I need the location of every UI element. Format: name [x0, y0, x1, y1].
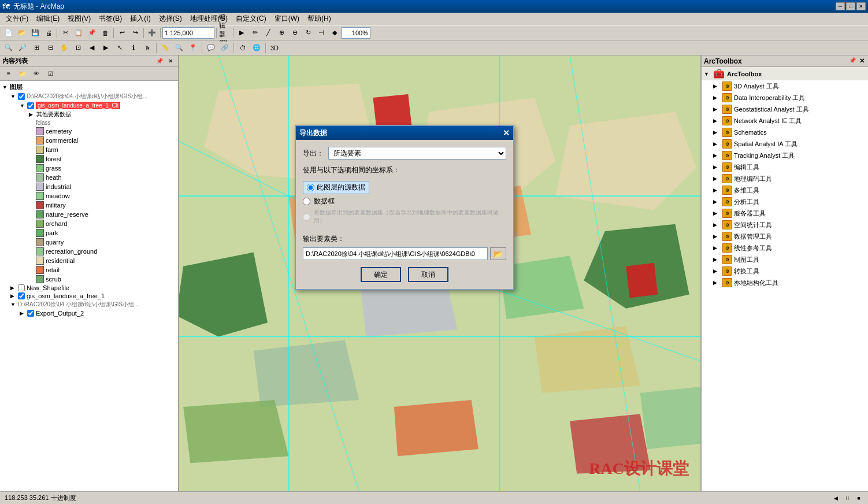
- redo-button[interactable]: ↪: [129, 27, 142, 39]
- menu-bookmark[interactable]: 书签(B): [95, 13, 125, 25]
- atb-tool-10[interactable]: ▶ ⚙ 分析工具: [702, 196, 868, 207]
- atb-tool-expand-8[interactable]: ▶: [713, 176, 720, 181]
- menu-select[interactable]: 选择(S): [155, 13, 186, 25]
- atb-tool-expand-4[interactable]: ▶: [713, 129, 720, 135]
- html-popup-button[interactable]: 🌐: [250, 42, 263, 54]
- atb-pin-button[interactable]: 📌: [848, 57, 857, 65]
- zoom-out-toolbar[interactable]: ⊖: [288, 27, 301, 39]
- atb-tool-7[interactable]: ▶ ⚙ 编辑工具: [702, 161, 868, 173]
- atb-tool-expand-1[interactable]: ▶: [713, 95, 720, 101]
- atb-tool-8[interactable]: ▶ ⚙ 地理编码工具: [702, 173, 868, 184]
- scale-input[interactable]: [162, 27, 214, 39]
- layers-expand-icon[interactable]: ▼: [2, 84, 8, 90]
- new-map-button[interactable]: 📄: [2, 27, 15, 39]
- atb-tool-15[interactable]: ▶ ⚙ 制图工具: [702, 254, 868, 265]
- find-button[interactable]: 🔍: [173, 42, 186, 54]
- atb-tool-4[interactable]: ▶ ⚙ Schematics: [702, 127, 868, 138]
- output-path-input[interactable]: [303, 247, 488, 260]
- atb-tool-0[interactable]: ▶ ⚙ 3D Analyst 工具: [702, 80, 868, 92]
- atb-tool-expand-6[interactable]: ▶: [713, 153, 720, 158]
- ok-button[interactable]: 确定: [361, 267, 401, 282]
- radio2-input[interactable]: [303, 198, 310, 205]
- undo-button[interactable]: ↩: [116, 27, 128, 39]
- full-extent-button[interactable]: ⊡: [72, 42, 84, 54]
- hyperlink-button[interactable]: 🔗: [218, 42, 231, 54]
- atb-tool-expand-13[interactable]: ▶: [713, 234, 720, 239]
- add-data-button[interactable]: ➕: [146, 27, 158, 39]
- 3d-view-button[interactable]: 3D: [268, 42, 281, 54]
- export-select[interactable]: 所选要素: [328, 147, 506, 160]
- atb-tool-9[interactable]: ▶ ⚙ 多维工具: [702, 184, 868, 196]
- atb-tool-16[interactable]: ▶ ⚙ 转换工具: [702, 265, 868, 277]
- vertex-tool[interactable]: ◆: [328, 27, 341, 39]
- atb-tool-17[interactable]: ▶ ⚙ 亦地结构化工具: [702, 277, 868, 288]
- atb-tool-expand-3[interactable]: ▶: [713, 118, 720, 124]
- atb-tool-expand-12[interactable]: ▶: [713, 222, 720, 228]
- toc-pin-button[interactable]: 📌: [154, 56, 165, 66]
- atb-tool-3[interactable]: ▶ ⚙ Network Analyst IE 工具: [702, 115, 868, 127]
- toc-layer2[interactable]: ▶ New_Shapefile: [9, 284, 177, 292]
- toc-export-output[interactable]: ▶ Export_Output_2: [18, 309, 177, 317]
- copy-button[interactable]: 📋: [72, 27, 85, 39]
- zoom-out-button[interactable]: 🔎: [16, 42, 29, 54]
- line-tool[interactable]: ╱: [262, 27, 275, 39]
- atb-root-item[interactable]: ▼ 🧰 ArcToolbox: [702, 67, 868, 80]
- atb-tool-13[interactable]: ▶ ⚙ 数据管理工具: [702, 231, 868, 242]
- toc-close-button[interactable]: ✕: [165, 56, 176, 66]
- layer1-name-checkbox[interactable]: [27, 102, 34, 109]
- atb-root-expand[interactable]: ▼: [704, 71, 711, 77]
- back-extent-button[interactable]: ◀: [86, 42, 98, 54]
- layer1-expand-icon[interactable]: ▼: [10, 94, 16, 99]
- split-tool[interactable]: ⊣: [315, 27, 328, 39]
- path2-expand-icon[interactable]: ▼: [10, 302, 16, 307]
- edit-tool[interactable]: ▶: [235, 27, 248, 39]
- toc-list-by-source[interactable]: 📁: [16, 68, 29, 80]
- atb-tool-expand-7[interactable]: ▶: [713, 164, 720, 170]
- atb-tool-expand-16[interactable]: ▶: [713, 268, 720, 274]
- layer3-expand-icon[interactable]: ▶: [10, 293, 16, 299]
- atb-tool-expand-14[interactable]: ▶: [713, 245, 720, 251]
- atb-tool-6[interactable]: ▶ ⚙ Tracking Analyst 工具: [702, 150, 868, 161]
- editor-dropdown[interactable]: 编辑器(R) ▼: [218, 27, 231, 39]
- maximize-button[interactable]: □: [846, 2, 855, 10]
- toc-layer1-name[interactable]: ▼ gis_osm_landuse_a_free_1_Cli: [18, 101, 177, 110]
- measure-button[interactable]: 📏: [159, 42, 172, 54]
- atb-tool-expand-10[interactable]: ▶: [713, 199, 720, 205]
- atb-tool-14[interactable]: ▶ ⚙ 线性参考工具: [702, 242, 868, 254]
- menu-insert[interactable]: 插入(I): [127, 13, 154, 25]
- atb-tool-expand-9[interactable]: ▶: [713, 187, 720, 193]
- menu-window[interactable]: 窗口(W): [271, 13, 303, 25]
- sublayer-expand-icon[interactable]: ▶: [29, 112, 35, 117]
- zoom-percent-input[interactable]: [342, 27, 370, 39]
- toc-list-by-visibility[interactable]: 👁: [30, 68, 43, 80]
- pencil-tool[interactable]: ✏: [248, 27, 261, 39]
- fixed-zoom-in[interactable]: ⊞: [30, 42, 43, 54]
- open-button[interactable]: 📂: [16, 27, 28, 39]
- select-button[interactable]: ↖: [113, 42, 126, 54]
- goto-xy-button[interactable]: 📍: [187, 42, 199, 54]
- layer1-name-expand[interactable]: ▼: [20, 103, 25, 109]
- status-play-button[interactable]: ◀: [831, 494, 840, 503]
- radio1-input[interactable]: [307, 184, 314, 191]
- atb-tool-expand-15[interactable]: ▶: [713, 257, 720, 262]
- menu-view[interactable]: 视图(V): [64, 13, 94, 25]
- atb-close-button[interactable]: ✕: [858, 57, 866, 65]
- status-stop-button[interactable]: ■: [854, 494, 863, 503]
- layer2-checkbox[interactable]: [18, 284, 25, 291]
- status-pause-button[interactable]: ⏸: [843, 494, 852, 503]
- time-slider-button[interactable]: ⏱: [236, 42, 249, 54]
- toc-list-by-drawing-order[interactable]: ≡: [2, 68, 15, 80]
- atb-tool-5[interactable]: ▶ ⚙ Spatial Analyst IA 工具: [702, 138, 868, 150]
- menu-customize[interactable]: 自定义(C): [232, 13, 270, 25]
- atb-tool-11[interactable]: ▶ ⚙ 服务器工具: [702, 207, 868, 219]
- layer3-checkbox[interactable]: [18, 292, 25, 299]
- minimize-button[interactable]: ─: [836, 2, 845, 10]
- atb-tool-expand-2[interactable]: ▶: [713, 106, 720, 112]
- delete-button[interactable]: 🗑: [99, 27, 112, 39]
- layer2-expand-icon[interactable]: ▶: [10, 285, 16, 291]
- identify-button[interactable]: 🖱: [141, 42, 154, 54]
- atb-tool-1[interactable]: ▶ ⚙ Data Interoperability 工具: [702, 92, 868, 103]
- toc-path2[interactable]: ▼ D:\RAC2020徐\04 小组课d站\小组课\GIS小组...: [9, 300, 177, 309]
- menu-edit[interactable]: 编辑(E): [33, 13, 63, 25]
- export-checkbox[interactable]: [27, 310, 34, 317]
